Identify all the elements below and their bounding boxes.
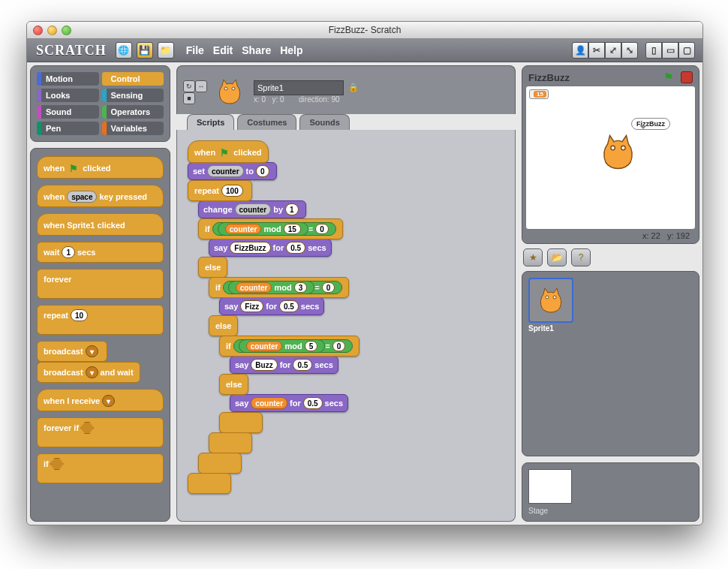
number-input[interactable]: 0.5 xyxy=(279,300,299,312)
equals-op[interactable]: counter mod 5 = 0 xyxy=(233,339,353,353)
mod-op[interactable]: counter mod 3 xyxy=(228,281,314,294)
block-cfoot[interactable] xyxy=(188,473,231,494)
number-input[interactable]: 0.5 xyxy=(286,242,305,254)
paint-sprite-icon[interactable]: ★ xyxy=(523,248,543,266)
variable-watcher[interactable]: 15 xyxy=(529,89,549,99)
key-dropdown[interactable]: space xyxy=(67,191,97,203)
stage-thumb-panel[interactable]: Stage xyxy=(522,462,699,522)
block-if[interactable]: if counter mod 15 = 0 xyxy=(198,218,343,239)
var-dropdown[interactable]: counter xyxy=(235,203,272,215)
block-cfoot[interactable] xyxy=(198,453,242,474)
category-control[interactable]: Control xyxy=(102,72,164,86)
stage[interactable]: 15 FizzBuzz xyxy=(525,86,696,230)
stage-thumbnail[interactable] xyxy=(528,469,572,504)
message-dropdown[interactable]: ▾ xyxy=(86,345,98,357)
palette-block-list[interactable]: when ⚑ clicked when space key pressed wh… xyxy=(30,148,170,522)
block-set-var[interactable]: set counter to 0 xyxy=(188,162,277,180)
folder-icon[interactable]: 📁 xyxy=(158,42,174,59)
number-input[interactable]: 0 xyxy=(256,165,269,177)
number-input[interactable]: 1 xyxy=(285,203,299,215)
block-change-var[interactable]: change counter by 1 xyxy=(198,200,306,218)
block-wait[interactable]: wait 1 secs xyxy=(37,242,164,263)
message-dropdown[interactable]: ▾ xyxy=(102,395,115,407)
category-operators[interactable]: Operators xyxy=(102,105,164,119)
category-variables[interactable]: Variables xyxy=(102,122,164,135)
block-say-var[interactable]: say counter for 0.5 secs xyxy=(230,394,348,412)
block-forever-if[interactable]: forever if xyxy=(37,417,164,447)
number-input[interactable]: 1 xyxy=(62,246,75,258)
block-when-key[interactable]: when space key pressed xyxy=(37,185,164,207)
number-input[interactable]: 0 xyxy=(322,282,335,293)
scripts-canvas[interactable]: when ⚑ clicked set counter to 0 repeat 1… xyxy=(176,130,516,522)
equals-op[interactable]: counter mod 15 = 0 xyxy=(212,222,336,236)
present-icon[interactable]: ▢ xyxy=(678,42,695,59)
category-pen[interactable]: Pen xyxy=(37,122,99,135)
block-say[interactable]: say Buzz for 0.5 secs xyxy=(230,356,338,374)
block-repeat[interactable]: repeat 100 xyxy=(188,180,252,201)
number-input[interactable]: 3 xyxy=(294,282,308,293)
message-dropdown[interactable]: ▾ xyxy=(86,366,98,378)
block-repeat[interactable]: repeat 10 xyxy=(37,305,164,335)
var-reporter[interactable]: counter xyxy=(236,282,272,293)
tab-scripts[interactable]: Scripts xyxy=(187,114,234,130)
block-if[interactable]: if xyxy=(37,453,164,483)
stage-sprite[interactable] xyxy=(597,131,639,176)
block-when-flag[interactable]: when ⚑ clicked xyxy=(37,156,164,179)
sprite-name-input[interactable] xyxy=(254,80,344,95)
rotate-none-icon[interactable]: ■ xyxy=(183,92,195,104)
block-say[interactable]: say FizzBuzz for 0.5 secs xyxy=(209,239,332,257)
equals-op[interactable]: counter mod 3 = 0 xyxy=(223,281,342,294)
mod-op[interactable]: counter mod 5 xyxy=(239,339,325,353)
minimize-icon[interactable] xyxy=(47,26,57,35)
sprite-item[interactable]: Sprite1 xyxy=(528,278,573,450)
close-icon[interactable] xyxy=(33,26,43,35)
globe-icon[interactable]: 🌐 xyxy=(116,42,132,59)
var-reporter[interactable]: counter xyxy=(251,397,287,409)
block-cfoot[interactable] xyxy=(219,412,263,433)
menu-help[interactable]: Help xyxy=(280,44,302,56)
block-cfoot[interactable] xyxy=(209,432,252,453)
block-else[interactable]: else xyxy=(219,374,248,395)
number-input[interactable]: 0 xyxy=(332,341,346,351)
number-input[interactable]: 100 xyxy=(221,185,243,197)
green-flag-button[interactable]: ⚑ xyxy=(663,71,673,84)
block-when-receive[interactable]: when I receive ▾ xyxy=(37,389,164,411)
rotate-free-icon[interactable]: ↻ xyxy=(183,80,195,92)
category-sound[interactable]: Sound xyxy=(37,105,99,119)
number-input[interactable]: 5 xyxy=(305,341,318,351)
var-reporter[interactable]: counter xyxy=(246,341,283,351)
var-reporter[interactable]: counter xyxy=(225,224,262,234)
zoom-icon[interactable] xyxy=(62,26,71,35)
text-input[interactable]: Buzz xyxy=(251,359,277,371)
scissors-icon[interactable]: ✂ xyxy=(588,42,605,59)
surprise-sprite-icon[interactable]: ? xyxy=(571,248,591,266)
save-icon[interactable]: 💾 xyxy=(137,42,153,59)
block-forever[interactable]: forever xyxy=(37,269,164,299)
text-input[interactable]: Fizz xyxy=(240,300,263,312)
category-sensing[interactable]: Sensing xyxy=(102,89,164,102)
text-input[interactable]: FizzBuzz xyxy=(230,242,270,254)
rotate-lr-icon[interactable]: ↔ xyxy=(195,80,207,92)
bool-slot[interactable] xyxy=(50,458,64,470)
category-looks[interactable]: Looks xyxy=(37,89,99,102)
bool-slot[interactable] xyxy=(80,422,94,434)
number-input[interactable]: 0.5 xyxy=(303,397,323,409)
mod-op[interactable]: counter mod 15 xyxy=(218,222,308,236)
number-input[interactable]: 0 xyxy=(315,224,329,234)
number-input[interactable]: 10 xyxy=(71,309,88,321)
block-broadcast[interactable]: broadcast ▾ xyxy=(37,341,107,362)
number-input[interactable]: 0.5 xyxy=(293,359,312,371)
tab-sounds[interactable]: Sounds xyxy=(299,114,349,130)
choose-sprite-icon[interactable]: 📂 xyxy=(547,248,567,266)
block-say[interactable]: say Fizz for 0.5 secs xyxy=(219,297,324,315)
var-dropdown[interactable]: counter xyxy=(207,165,244,177)
small-stage-icon[interactable]: ▯ xyxy=(645,42,662,59)
block-else[interactable]: else xyxy=(209,315,238,336)
block-if[interactable]: if counter mod 5 = 0 xyxy=(219,336,359,357)
menu-file[interactable]: File xyxy=(186,44,204,56)
stop-button[interactable] xyxy=(681,71,693,83)
tab-costumes[interactable]: Costumes xyxy=(237,114,296,130)
menu-share[interactable]: Share xyxy=(242,44,271,56)
grow-icon[interactable]: ⤢ xyxy=(605,42,621,59)
block-when-sprite[interactable]: when Sprite1 clicked xyxy=(37,213,164,236)
